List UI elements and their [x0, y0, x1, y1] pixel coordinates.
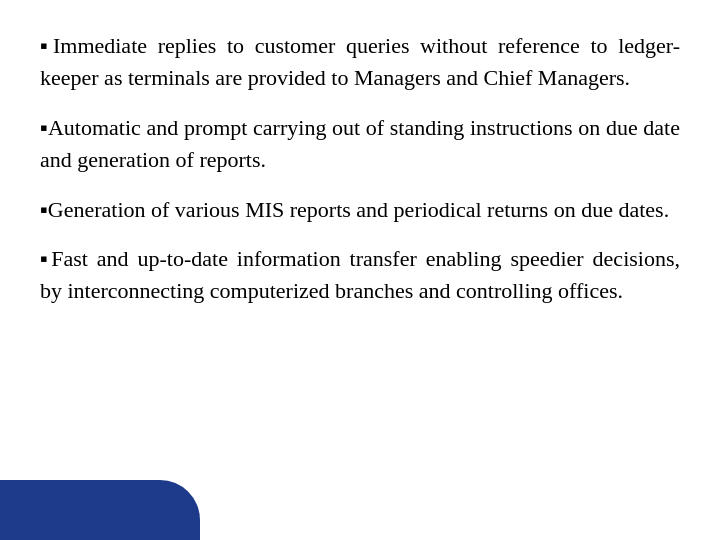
- bullet-marker-3: ▪: [40, 197, 48, 222]
- bullet-marker-1: ▪: [40, 33, 53, 58]
- bullet-content-4: Fast and up-to-date information transfer…: [40, 246, 680, 303]
- bullet-block-4: ▪Fast and up-to-date information transfe…: [40, 243, 680, 307]
- bullet-content-2: Automatic and prompt carrying out of sta…: [40, 115, 680, 172]
- bullet-content-3: Generation of various MIS reports and pe…: [48, 197, 669, 222]
- bullet-block-1: ▪Immediate replies to customer queries w…: [40, 30, 680, 94]
- bullet-text-3: ▪Generation of various MIS reports and p…: [40, 194, 680, 226]
- bullet-text-1: ▪Immediate replies to customer queries w…: [40, 30, 680, 94]
- bullet-content-1: Immediate replies to customer queries wi…: [40, 33, 680, 90]
- bullet-text-2: ▪Automatic and prompt carrying out of st…: [40, 112, 680, 176]
- bullet-block-3: ▪Generation of various MIS reports and p…: [40, 194, 680, 226]
- slide-container: ▪Immediate replies to customer queries w…: [0, 0, 720, 540]
- bullet-text-4: ▪Fast and up-to-date information transfe…: [40, 243, 680, 307]
- bullet-marker-4: ▪: [40, 246, 51, 271]
- bullet-marker-2: ▪: [40, 115, 48, 140]
- bottom-decoration: [0, 480, 200, 540]
- bullet-block-2: ▪Automatic and prompt carrying out of st…: [40, 112, 680, 176]
